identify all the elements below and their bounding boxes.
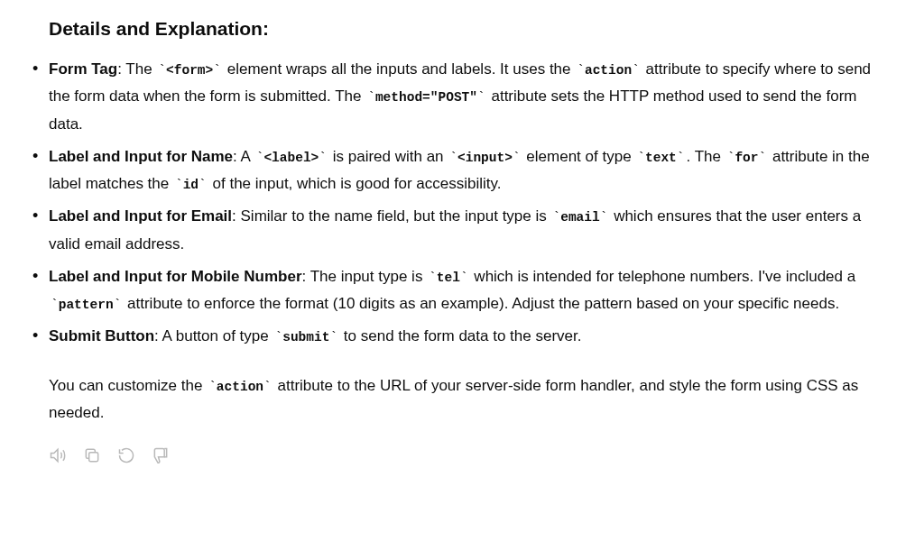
read-aloud-icon[interactable] xyxy=(49,446,67,464)
list-item: Form Tag: The <form> element wraps all t… xyxy=(29,56,888,138)
list-item: Submit Button: A button of type submit t… xyxy=(29,323,888,350)
list-item: Label and Input for Name: A <label> is p… xyxy=(29,143,888,198)
code-for: for xyxy=(725,150,769,166)
item-title: Form Tag xyxy=(49,60,117,78)
item-title: Label and Input for Mobile Number xyxy=(49,268,302,285)
closing-paragraph: You can customize the action attribute t… xyxy=(49,372,888,427)
code-form: <form> xyxy=(156,62,223,78)
item-title: Submit Button xyxy=(49,327,154,344)
list-item: Label and Input for Email: Similar to th… xyxy=(29,203,888,258)
item-title: Label and Input for Email xyxy=(49,207,232,225)
section-heading: Details and Explanation: xyxy=(49,18,888,40)
code-email: email xyxy=(550,209,609,225)
code-text: text xyxy=(635,150,686,166)
svg-rect-0 xyxy=(89,453,98,462)
code-tel: tel xyxy=(427,270,470,286)
code-input: <input> xyxy=(448,150,522,166)
item-title: Label and Input for Name xyxy=(49,148,233,165)
code-method: method="POST" xyxy=(365,89,487,106)
code-label: <label> xyxy=(254,150,328,166)
code-id: id xyxy=(173,177,208,193)
action-bar xyxy=(49,446,888,464)
code-action: action xyxy=(207,379,273,395)
copy-icon[interactable] xyxy=(83,446,101,464)
list-item: Label and Input for Mobile Number: The i… xyxy=(29,263,888,318)
regenerate-icon[interactable] xyxy=(117,446,135,464)
code-action: action xyxy=(575,62,642,78)
code-pattern: pattern xyxy=(49,297,123,313)
thumbs-down-icon[interactable] xyxy=(152,446,170,464)
code-submit: submit xyxy=(273,329,339,345)
explanation-list: Form Tag: The <form> element wraps all t… xyxy=(29,56,888,351)
